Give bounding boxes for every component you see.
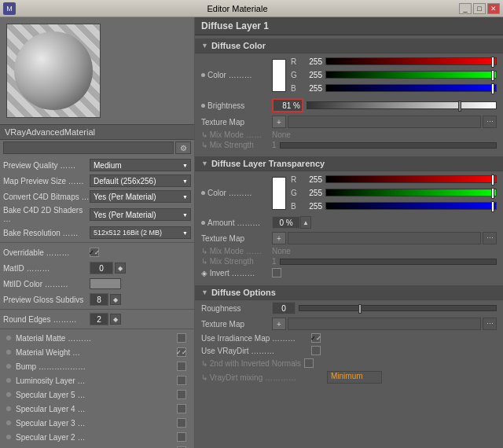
window-controls[interactable]: _ □ ✕	[459, 3, 500, 14]
layer-material-weight[interactable]: Material Weight … ✓	[0, 345, 194, 359]
layer-spec4-cb[interactable]	[177, 404, 186, 413]
amount-input[interactable]	[272, 216, 300, 229]
texture-field-2[interactable]	[288, 232, 481, 244]
layer-specular2[interactable]: Specular Layer 2 …	[0, 430, 194, 444]
trans-g-slider[interactable]	[325, 189, 497, 196]
minimize-button[interactable]: _	[459, 3, 472, 14]
brightness-input[interactable]	[272, 98, 303, 112]
layer-matte-cb[interactable]	[177, 333, 186, 343]
round-edges-row: Round Edges ……… ◆	[0, 311, 194, 327]
texture-field-3[interactable]	[288, 318, 481, 330]
inverted-normals-row: ↳ 2nd with Inverted Normals	[195, 357, 503, 369]
invert-checkbox[interactable]	[272, 268, 281, 277]
vraydirt-label: Use VRayDirt ………	[201, 347, 311, 355]
g-row: G 255	[291, 68, 497, 81]
matid-label: MatID ………	[3, 264, 90, 273]
texture-add-btn-3[interactable]: +	[272, 318, 286, 330]
roughness-input[interactable]	[272, 302, 296, 314]
layer-bump[interactable]: Bump ………………	[0, 359, 194, 373]
layer-specular4[interactable]: Specular Layer 4 …	[0, 402, 194, 416]
vraydirt-checkbox[interactable]	[311, 346, 321, 355]
preview-quality-dropdown[interactable]: Medium	[90, 159, 191, 171]
trans-r-slider[interactable]	[325, 175, 497, 183]
trans-b-slider[interactable]	[325, 202, 497, 210]
overridable-checkbox[interactable]: ✓	[90, 248, 99, 257]
matid-input[interactable]	[90, 262, 113, 274]
b-slider[interactable]	[325, 84, 497, 92]
round-edges-label: Round Edges ………	[3, 315, 90, 324]
g-slider[interactable]	[325, 71, 497, 79]
transparency-color-label: Color ………	[201, 189, 272, 197]
trans-g-row: G 255	[291, 186, 497, 199]
mtlid-color-swatch[interactable]	[90, 278, 121, 289]
preview-gloss-input[interactable]	[90, 293, 108, 306]
amount-spin[interactable]: ▲	[300, 216, 311, 229]
bake-resolution-dropdown[interactable]: 512x512 16Bit (2 MB)	[90, 226, 191, 239]
layer-luminosity[interactable]: Luminosity Layer …	[0, 373, 194, 387]
app-icon: M	[3, 2, 16, 15]
diffuse-options-section: ▼ Diffuse Options Roughness Texture Map …	[195, 282, 503, 388]
bake-shaders-dropdown[interactable]: Yes (Per Material)	[90, 208, 191, 221]
r-row: R 255	[291, 55, 497, 68]
texture-options-1[interactable]: ⋯	[483, 116, 497, 128]
round-edges-spin[interactable]: ◆	[110, 314, 121, 325]
texture-add-btn-2[interactable]: +	[272, 232, 286, 244]
map-preview-label: Map Preview Size ……	[3, 177, 90, 185]
layer-bump-cb[interactable]	[177, 362, 186, 371]
mix-mode-row-1: ↳ Mix Mode …… None	[195, 130, 503, 140]
bake-shaders-row: Bake C4D 2D Shaders … Yes (Per Material)	[0, 204, 194, 225]
bake-resolution-label: Bake Resolution ……	[3, 229, 90, 237]
layer-specular1[interactable]: Specular Layer 1 …	[0, 444, 194, 448]
layer-spec3-cb[interactable]	[177, 418, 186, 428]
irradiance-label: Use Irradiance Map ………	[201, 334, 311, 343]
vraydirt-mixing-dropdown[interactable]: Minimum	[327, 371, 382, 384]
close-button[interactable]: ✕	[487, 3, 500, 14]
mix-strength-slider-1[interactable]	[280, 142, 497, 149]
mix-mode-value-2: None	[272, 247, 291, 255]
map-preview-dropdown[interactable]: Default (256x256)	[90, 174, 191, 187]
options-btn[interactable]: ⚙	[175, 141, 191, 154]
maximize-button[interactable]: □	[473, 3, 486, 14]
transparency-color-swatch[interactable]	[272, 177, 286, 210]
mix-strength-slider-2[interactable]	[280, 259, 497, 265]
brightness-slider[interactable]	[307, 101, 497, 109]
layer-list: Material Matte ……… Material Weight … ✓ B…	[0, 331, 194, 448]
texture-map-label-2: Texture Map	[201, 234, 272, 243]
amount-row: Amount ……… ▲	[195, 215, 503, 230]
matid-spin[interactable]: ◆	[115, 263, 126, 274]
layer-weight-cb[interactable]: ✓	[177, 347, 186, 357]
convert-c4d-dropdown[interactable]: Yes (Per Material)	[90, 190, 191, 203]
brightness-row: Brightness	[195, 97, 503, 114]
mix-mode-row-2: ↳ Mix Mode …… None	[195, 246, 503, 256]
color-swatch[interactable]	[272, 59, 286, 92]
roughness-row: Roughness	[195, 300, 503, 316]
matid-row: MatID ……… ◆	[0, 260, 194, 276]
options-arrow[interactable]: ▼	[201, 288, 208, 296]
title-bar: M Editor Materiale _ □ ✕	[0, 0, 503, 17]
round-edges-input[interactable]	[90, 313, 108, 325]
gloss-spin[interactable]: ◆	[110, 294, 121, 305]
bake-shaders-label: Bake C4D 2D Shaders …	[3, 206, 90, 223]
layer-specular3[interactable]: Specular Layer 3 …	[0, 416, 194, 430]
roughness-slider[interactable]	[299, 305, 497, 311]
layer-spec2-cb[interactable]	[177, 432, 186, 442]
irradiance-row: Use Irradiance Map ……… ✓	[195, 332, 503, 344]
r-slider[interactable]	[325, 57, 497, 65]
vraydirt-row: Use VRayDirt ………	[195, 344, 503, 357]
layer-luminosity-cb[interactable]	[177, 376, 186, 385]
layer-specular5[interactable]: Specular Layer 5 …	[0, 387, 194, 402]
layer-material-matte[interactable]: Material Matte ………	[0, 331, 194, 345]
diffuse-color-arrow[interactable]: ▼	[201, 42, 208, 50]
texture-map-label-1: Texture Map	[201, 118, 272, 127]
texture-field-1[interactable]	[288, 116, 481, 128]
transparency-arrow[interactable]: ▼	[201, 160, 208, 167]
mix-mode-label-1: ↳ Mix Mode ……	[201, 130, 272, 139]
texture-options-2[interactable]: ⋯	[483, 232, 497, 244]
inverted-normals-checkbox[interactable]	[304, 358, 314, 368]
vraydirt-mixing-row: ↳ VrayDirt mixing ………… Minimum	[195, 369, 503, 385]
layer-spec5-cb[interactable]	[177, 390, 186, 399]
texture-add-btn-1[interactable]: +	[272, 116, 286, 128]
brightness-label: Brightness	[201, 101, 272, 110]
texture-options-3[interactable]: ⋯	[483, 318, 497, 330]
irradiance-checkbox[interactable]: ✓	[311, 333, 321, 343]
